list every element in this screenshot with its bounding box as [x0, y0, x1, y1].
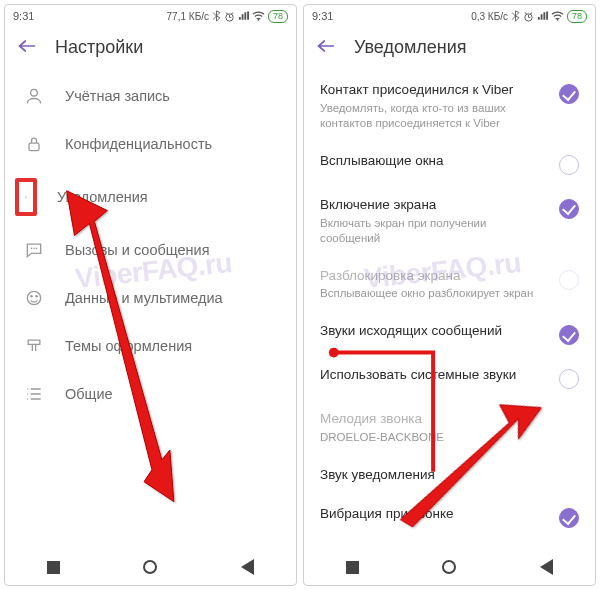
setting-sub: Включать экран при получении сообщений: [320, 216, 549, 246]
row-label: Конфиденциальность: [65, 136, 212, 152]
page-title: Настройки: [55, 37, 143, 58]
toggle: [559, 270, 579, 290]
signal-icon: [537, 11, 548, 21]
lock-icon: [23, 134, 45, 154]
setting-title: Включение экрана: [320, 197, 549, 214]
setting-sub: Уведомлять, когда кто-то из ваших контак…: [320, 101, 549, 131]
toggle[interactable]: [559, 325, 579, 345]
settings-list: Учётная запись Конфиденциальность Уведом…: [5, 72, 296, 549]
svg-point-6: [36, 248, 38, 250]
svg-point-1: [258, 19, 260, 21]
signal-icon: [238, 11, 249, 21]
setting-notification-sound[interactable]: Звук уведомления: [304, 457, 595, 496]
row-notifications[interactable]: Уведомления: [5, 168, 296, 226]
svg-point-11: [557, 19, 559, 21]
battery-icon: 78: [268, 10, 288, 23]
setting-outgoing-sounds[interactable]: Звуки исходящих сообщений: [304, 313, 595, 357]
setting-title: Использовать системные звуки: [320, 367, 549, 384]
android-navbar: [5, 549, 296, 585]
toggle[interactable]: [559, 369, 579, 389]
setting-vibrate-call[interactable]: Вибрация при звонке: [304, 496, 595, 540]
row-label: Вызовы и сообщения: [65, 242, 210, 258]
android-navbar: [304, 549, 595, 585]
row-general[interactable]: Общие: [5, 370, 296, 418]
setting-title: Всплывающие окна: [320, 153, 549, 170]
back-button[interactable]: [17, 38, 37, 58]
status-net: 0,3 КБ/с: [471, 11, 508, 22]
setting-screen-on[interactable]: Включение экрана Включать экран при полу…: [304, 187, 595, 258]
wifi-icon: [252, 11, 265, 21]
status-net: 77,1 КБ/с: [167, 11, 209, 22]
chat-icon: [23, 240, 45, 260]
svg-point-4: [31, 248, 33, 250]
row-calls[interactable]: Вызовы и сообщения: [5, 226, 296, 274]
nav-back-icon[interactable]: [241, 559, 254, 575]
header: Настройки: [5, 27, 296, 72]
nav-recent-icon[interactable]: [346, 561, 359, 574]
row-account[interactable]: Учётная запись: [5, 72, 296, 120]
bluetooth-icon: [212, 10, 221, 22]
setting-system-sounds[interactable]: Использовать системные звуки: [304, 357, 595, 401]
setting-title: Мелодия звонка: [320, 411, 579, 428]
setting-title: Контакт присоединился к Viber: [320, 82, 549, 99]
wifi-icon: [551, 11, 564, 21]
status-time: 9:31: [13, 10, 34, 22]
nav-home-icon[interactable]: [442, 560, 456, 574]
setting-title: Разблокировка экрана: [320, 268, 549, 285]
setting-contact-joined[interactable]: Контакт присоединился к Viber Уведомлять…: [304, 72, 595, 143]
svg-point-5: [33, 248, 35, 250]
battery-icon: 78: [567, 10, 587, 23]
svg-point-8: [30, 295, 33, 298]
setting-title: Звук уведомления: [320, 467, 579, 484]
bell-icon: [15, 178, 37, 216]
back-button[interactable]: [316, 38, 336, 58]
status-time: 9:31: [312, 10, 333, 22]
svg-point-2: [31, 89, 38, 96]
row-label: Общие: [65, 386, 113, 402]
bluetooth-icon: [511, 10, 520, 22]
media-icon: [23, 288, 45, 308]
setting-popup[interactable]: Всплывающие окна: [304, 143, 595, 187]
svg-rect-3: [29, 143, 39, 151]
phone-left: 9:31 77,1 КБ/с 78 Настройки: [4, 4, 297, 586]
row-label: Данные и мультимедиа: [65, 290, 223, 306]
row-label: Уведомления: [57, 189, 148, 205]
toggle[interactable]: [559, 155, 579, 175]
nav-recent-icon[interactable]: [47, 561, 60, 574]
alarm-icon: [224, 11, 235, 22]
row-appearance[interactable]: Темы оформления: [5, 322, 296, 370]
setting-title: Звуки исходящих сообщений: [320, 323, 549, 340]
phone-right: 9:31 0,3 КБ/с 78 Уведомления К: [303, 4, 596, 586]
toggle[interactable]: [559, 508, 579, 528]
row-media[interactable]: Данные и мультимедиа: [5, 274, 296, 322]
status-bar: 9:31 0,3 КБ/с 78: [304, 5, 595, 27]
row-label: Учётная запись: [65, 88, 170, 104]
page-title: Уведомления: [354, 37, 467, 58]
notifications-list: Контакт присоединился к Viber Уведомлять…: [304, 72, 595, 549]
svg-point-9: [35, 295, 38, 298]
setting-unlock-screen: Разблокировка экрана Всплывающее окно ра…: [304, 258, 595, 314]
status-bar: 9:31 77,1 КБ/с 78: [5, 5, 296, 27]
list-icon: [23, 384, 45, 404]
setting-ringtone[interactable]: Мелодия звонка DROELOE-BACKBONE: [304, 401, 595, 457]
header: Уведомления: [304, 27, 595, 72]
alarm-icon: [523, 11, 534, 22]
nav-home-icon[interactable]: [143, 560, 157, 574]
setting-sub: Всплывающее окно разблокирует экран: [320, 286, 549, 301]
toggle[interactable]: [559, 199, 579, 219]
nav-back-icon[interactable]: [540, 559, 553, 575]
setting-sub: DROELOE-BACKBONE: [320, 430, 579, 445]
person-icon: [23, 86, 45, 106]
brush-icon: [23, 336, 45, 356]
toggle[interactable]: [559, 84, 579, 104]
setting-title: Вибрация при звонке: [320, 506, 549, 523]
row-privacy[interactable]: Конфиденциальность: [5, 120, 296, 168]
row-label: Темы оформления: [65, 338, 192, 354]
